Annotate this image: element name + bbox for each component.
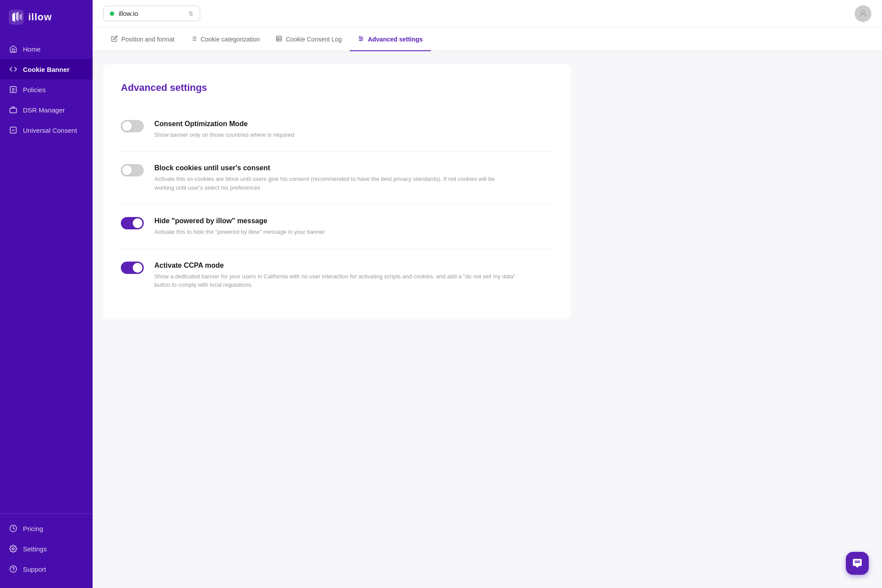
advanced-settings-icon [358,35,364,43]
sidebar-nav: Home Cookie Banner Policies [0,34,93,513]
brand-name: illow [28,11,52,23]
domain-selector[interactable]: illow.io ⇅ [103,6,200,21]
chevron-updown-icon: ⇅ [188,10,194,17]
sidebar-item-home-label: Home [23,45,41,53]
dsr-icon [9,105,18,114]
setting-desc-ccpa-mode: Show a dedicated banner for your users i… [154,272,516,289]
settings-card: Advanced settings Consent Optimization M… [103,64,571,319]
universal-consent-icon [9,126,18,135]
svg-rect-2 [10,108,17,113]
svg-point-8 [861,10,864,13]
setting-info-hide-powered-by: Hide "powered by illow" message Activate… [154,217,553,236]
setting-desc-hide-powered-by: Activate this to hide the "powered by il… [154,228,516,236]
setting-desc-consent-optimization: Show banner only on those countries wher… [154,131,516,139]
sidebar-item-cookie-banner[interactable]: Cookie Banner [0,59,93,79]
tab-cookie-categorization[interactable]: Cookie categorization [183,27,268,51]
toggle-ccpa-mode[interactable] [121,262,144,274]
sidebar-item-policies[interactable]: Policies [0,79,93,100]
setting-label-ccpa-mode: Activate CCPA mode [154,262,553,270]
tab-position-format-label: Position and format [121,36,175,43]
tab-cookie-consent-log[interactable]: Cookie Consent Log [268,27,350,51]
log-icon [276,35,282,43]
toggle-knob [133,263,142,273]
sidebar-item-universal-consent[interactable]: Universal Consent [0,120,93,140]
setting-ccpa-mode: Activate CCPA mode Show a dedicated bann… [121,249,553,302]
toggle-block-cookies[interactable] [121,164,144,176]
toggle-consent-optimization[interactable] [121,120,144,132]
setting-consent-optimization: Consent Optimization Mode Show banner on… [121,108,553,152]
sidebar-item-settings-label: Settings [23,545,47,553]
pricing-icon [9,524,18,533]
setting-label-consent-optimization: Consent Optimization Mode [154,120,553,128]
setting-block-cookies: Block cookies until user's consent Activ… [121,152,553,205]
setting-label-block-cookies: Block cookies until user's consent [154,164,553,172]
svg-point-24 [360,40,361,41]
setting-info-ccpa-mode: Activate CCPA mode Show a dedicated bann… [154,262,553,289]
sidebar-item-universal-consent-label: Universal Consent [23,127,77,134]
page-title: Advanced settings [121,82,553,94]
sidebar-item-settings[interactable]: Settings [0,539,93,559]
policies-icon [9,85,18,94]
sidebar-item-policies-label: Policies [23,86,46,94]
tab-advanced-settings-label: Advanced settings [368,36,422,43]
toggle-knob [133,218,142,228]
sidebar-item-dsr-label: DSR Manager [23,106,65,114]
tabs-bar: Position and format Cookie categorizatio… [93,27,882,51]
sidebar-item-home[interactable]: Home [0,39,93,59]
svg-point-22 [359,37,361,38]
brand-logo: illow [0,0,93,34]
setting-label-hide-powered-by: Hide "powered by illow" message [154,217,553,225]
sidebar-item-pricing[interactable]: Pricing [0,518,93,539]
logo-icon [9,10,24,25]
support-icon [9,565,18,573]
edit-icon [111,35,118,43]
toggle-hide-powered-by[interactable] [121,217,144,229]
tab-cookie-categorization-label: Cookie categorization [201,36,260,43]
sidebar-item-pricing-label: Pricing [23,525,43,532]
sidebar-item-dsr-manager[interactable]: DSR Manager [0,100,93,120]
domain-name: illow.io [119,10,184,17]
code-icon [9,65,18,74]
setting-desc-block-cookies: Activate this so cookies are block until… [154,175,516,192]
sidebar: illow Home Cookie Banner [0,0,93,588]
svg-point-5 [12,548,15,550]
tab-position-format[interactable]: Position and format [103,27,183,51]
sidebar-bottom: Pricing Settings Support [0,513,93,588]
settings-icon [9,544,18,553]
svg-rect-15 [277,36,281,41]
domain-status-dot [110,11,114,16]
toggle-knob [122,121,132,131]
setting-info-block-cookies: Block cookies until user's consent Activ… [154,164,553,192]
user-avatar[interactable] [855,5,871,22]
home-icon [9,45,18,53]
list-icon [191,35,197,43]
setting-hide-powered-by: Hide "powered by illow" message Activate… [121,205,553,249]
tab-advanced-settings[interactable]: Advanced settings [350,27,430,51]
topbar: illow.io ⇅ [93,0,882,27]
setting-info-consent-optimization: Consent Optimization Mode Show banner on… [154,120,553,139]
sidebar-item-support-label: Support [23,566,46,573]
chat-button[interactable] [846,552,869,575]
sidebar-item-support[interactable]: Support [0,559,93,579]
content-area: Advanced settings Consent Optimization M… [93,51,882,588]
toggle-knob [122,165,132,175]
sidebar-item-cookie-banner-label: Cookie Banner [23,66,70,73]
svg-point-23 [362,38,363,39]
main-area: illow.io ⇅ Position and format [93,0,882,588]
tab-cookie-consent-log-label: Cookie Consent Log [286,36,342,43]
